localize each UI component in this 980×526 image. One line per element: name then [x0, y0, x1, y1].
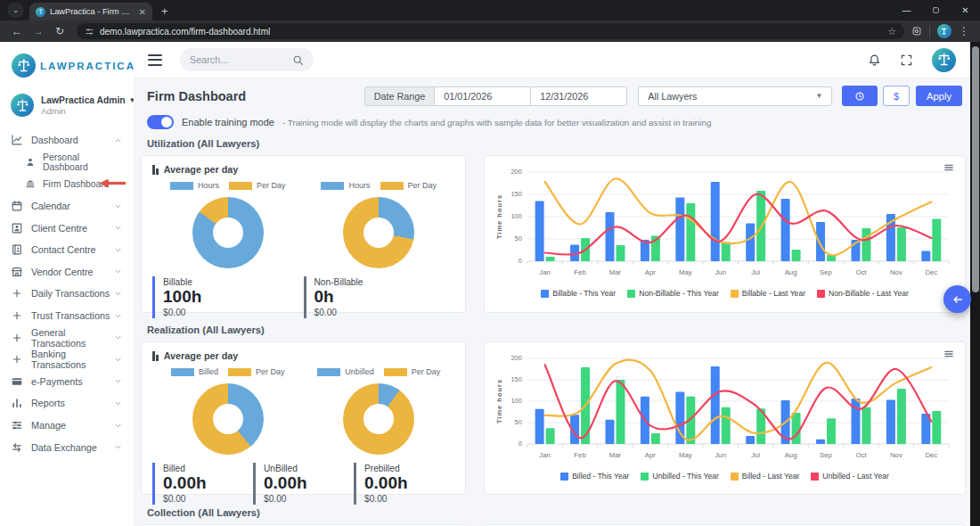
legend-item[interactable]: Billable - This Year	[541, 289, 616, 298]
sidebar-item-e-payments[interactable]: e-Payments	[0, 371, 134, 393]
lawyer-filter-select[interactable]: All Lawyers ▼	[638, 86, 832, 106]
sidebar-item-firm-dashboard[interactable]: Firm Dashboard	[0, 173, 134, 195]
sidebar-item-trust-transactions[interactable]: Trust Transactions	[0, 305, 134, 327]
sidebar-item-manage[interactable]: Manage	[0, 415, 134, 437]
utilization-chart[interactable]: 050100150200Time hoursJanFebMarAprMayJun…	[494, 165, 956, 288]
stat-label: Billable	[163, 277, 304, 287]
legend-label: Per Day	[257, 181, 286, 190]
minimize-button[interactable]: —	[892, 0, 921, 21]
apply-button[interactable]: Apply	[916, 86, 962, 106]
bar-glyph-icon	[152, 351, 159, 361]
svg-text:0: 0	[519, 440, 522, 448]
stat-label: UnBilled	[264, 464, 354, 473]
tab-close-icon[interactable]: ✕	[139, 7, 146, 17]
sidebar-item-label: General Transactions	[31, 327, 113, 349]
chart-menu-icon[interactable]	[943, 349, 956, 359]
svg-text:Jun: Jun	[715, 268, 726, 276]
brand[interactable]: LAWPRACTICA	[0, 42, 134, 86]
date-from-input[interactable]	[435, 86, 531, 106]
site-settings-icon[interactable]	[85, 27, 94, 37]
donut-group: HoursPer Day	[152, 178, 304, 268]
sidebar-item-reports[interactable]: Reports	[0, 392, 134, 415]
realization-chart[interactable]: 050100150200Time hoursJanFebMarAprMayJun…	[494, 351, 956, 471]
stat-label: Non-Billable	[314, 277, 455, 287]
topbar-avatar[interactable]	[932, 48, 956, 72]
legend-item[interactable]: Non-Billable - Last Year	[817, 289, 909, 298]
browser-urlbar: ← → ↻ demo.lawpractica.com/firm-dashboar…	[0, 21, 980, 42]
sidebar-item-dashboard[interactable]: Dashboard	[0, 129, 134, 152]
donut-chart[interactable]	[192, 383, 264, 455]
legend-item: Per Day	[228, 367, 285, 376]
kebab-menu-icon[interactable]: ⋮	[959, 25, 969, 37]
search-box[interactable]	[180, 48, 314, 71]
utilization-chart-card: 050100150200Time hoursJanFebMarAprMayJun…	[484, 155, 966, 313]
user-role: Admin	[41, 106, 134, 116]
stat-billed: Billed0.00h$0.00	[152, 463, 253, 505]
close-button[interactable]: ✕	[951, 0, 980, 21]
stat-hours: 0.00h	[264, 473, 354, 494]
legend-item[interactable]: Non-Billable - This Year	[627, 289, 719, 298]
chart-menu-icon[interactable]	[943, 162, 956, 173]
chevron-down-icon	[113, 267, 123, 276]
legend-swatch	[541, 290, 549, 298]
chevron-down-icon	[113, 223, 123, 233]
legend-item[interactable]: Unbilled - This Year	[641, 472, 718, 481]
page-scrollbar[interactable]	[970, 42, 980, 526]
stat-hours: 0h	[314, 287, 455, 308]
urlbar-actions: ⋮	[911, 24, 973, 38]
stat-label: Prebilled	[364, 464, 454, 473]
sidebar-item-general-transactions[interactable]: General Transactions	[0, 326, 134, 349]
donut-chart[interactable]	[343, 383, 414, 455]
svg-text:200: 200	[510, 354, 521, 362]
tab-search-button[interactable]: ⌄	[8, 3, 23, 18]
sidebar-item-vendor-centre[interactable]: Vendor Centre	[0, 261, 134, 284]
legend-swatch	[321, 182, 344, 190]
sidebar-item-calendar[interactable]: Calendar	[0, 195, 134, 218]
reload-icon[interactable]: ↻	[50, 25, 69, 37]
maximize-button[interactable]	[921, 0, 951, 21]
vendor-icon	[11, 266, 23, 278]
legend-swatch	[811, 473, 819, 481]
svg-text:Oct: Oct	[855, 451, 867, 459]
chevron-down-icon	[113, 201, 123, 211]
donut-chart[interactable]	[343, 197, 414, 268]
sidebar-item-banking-transactions[interactable]: Banking Transactions	[0, 349, 134, 371]
chevron-up-icon	[113, 136, 123, 145]
legend-label: Per Day	[256, 367, 285, 376]
sidebar-item-contact-centre[interactable]: Contact Centre	[0, 239, 134, 261]
search-icon[interactable]	[292, 54, 304, 66]
fullscreen-icon[interactable]	[900, 53, 913, 67]
extensions-icon[interactable]	[911, 26, 922, 37]
user-profile[interactable]: LawPractica Admin ▼ Admin	[0, 86, 134, 126]
legend-item[interactable]: Billable - Last Year	[731, 289, 805, 298]
new-tab-button[interactable]: +	[161, 5, 168, 17]
bookmark-star-icon[interactable]: ☆	[887, 26, 896, 37]
sidebar-item-personal-dashboard[interactable]: Personal Dashboard	[0, 152, 134, 174]
training-mode-toggle[interactable]	[147, 115, 174, 129]
time-mode-button[interactable]	[842, 86, 878, 106]
donut-chart[interactable]	[192, 197, 264, 268]
sidebar-item-data-exchange[interactable]: Data Exchange	[0, 436, 134, 458]
date-to-input[interactable]	[531, 86, 627, 106]
forward-arrow-icon[interactable]: →	[29, 25, 48, 37]
legend-item[interactable]: Unbilled - Last Year	[811, 472, 889, 481]
menu-icon[interactable]	[148, 54, 162, 66]
sidebar-item-label: Manage	[31, 420, 66, 431]
browser-profile-avatar[interactable]	[937, 24, 951, 38]
svg-text:Apr: Apr	[645, 451, 657, 459]
date-range-label: Date Range	[364, 86, 436, 106]
collapse-panel-button[interactable]	[943, 285, 971, 313]
sidebar-item-client-centre[interactable]: Client Centre	[0, 217, 134, 239]
bell-icon[interactable]	[868, 53, 881, 67]
sidebar-item-daily-transactions[interactable]: Daily Transactions	[0, 283, 134, 305]
money-mode-button[interactable]: $	[883, 86, 910, 106]
scrollbar-thumb[interactable]	[972, 46, 979, 292]
back-arrow-icon[interactable]: ←	[7, 25, 27, 37]
legend-label: Non-Billable - Last Year	[829, 289, 909, 298]
address-bar[interactable]: demo.lawpractica.com/firm-dashboard.html…	[77, 23, 904, 39]
legend-item[interactable]: Billed - Last Year	[731, 472, 800, 481]
sidebar-item-label: Trust Transactions	[31, 310, 110, 321]
legend-item[interactable]: Billed - This Year	[560, 472, 629, 481]
browser-tab[interactable]: LawPractica - Firm Dashboard ✕	[29, 3, 152, 21]
search-input[interactable]	[190, 54, 283, 65]
